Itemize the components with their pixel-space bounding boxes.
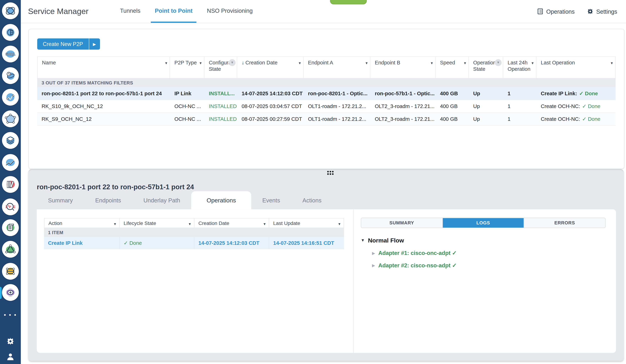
- dropdown-icon[interactable]: ▾: [431, 61, 433, 77]
- tab-events[interactable]: Events: [251, 191, 291, 209]
- detail-title: ron-poc-8201-1 port 22 to ron-poc-57b1-1…: [37, 183, 194, 191]
- sidebar-item-trend-chart[interactable]: [2, 154, 19, 171]
- item-count-label: 1 ITEM: [44, 228, 344, 237]
- tab-actions[interactable]: Actions: [291, 191, 333, 209]
- column-header-configuration-state[interactable]: ConfiguraState▾: [204, 56, 237, 79]
- atom-network-icon: [4, 4, 17, 17]
- gear-icon: [587, 8, 593, 15]
- main-nav: Tunnels Point to Point NSO Provisioning: [113, 0, 260, 23]
- create-p2p-split-button: Create New P2P ▶: [37, 39, 100, 50]
- curve-path-icon: [4, 91, 17, 104]
- dropdown-icon[interactable]: ▾: [199, 61, 201, 77]
- column-header-endpoint-b[interactable]: Endpoint B▾: [370, 56, 436, 79]
- topbar: Service Manager Tunnels Point to Point N…: [21, 0, 626, 23]
- dropdown-icon[interactable]: ▾: [464, 61, 466, 77]
- sidebar-item-curve-path[interactable]: [2, 89, 19, 106]
- table-row[interactable]: RK_S10_9k_OCH_NC_12 OCH-NC ... INSTALLED…: [37, 100, 616, 113]
- tab-summary[interactable]: Summary: [37, 191, 84, 209]
- trend-chart-icon: [4, 156, 17, 169]
- topbar-actions: Operations Settings: [537, 0, 626, 23]
- dropdown-icon[interactable]: ▾: [366, 61, 368, 77]
- dropdown-icon[interactable]: ▾: [611, 61, 613, 77]
- sidebar-item-box-network[interactable]: [2, 263, 19, 280]
- operation-row[interactable]: Create IP Link ✓ Done 14-07-2025 14:12:0…: [44, 237, 344, 249]
- dropdown-icon[interactable]: ▾: [264, 221, 266, 226]
- column-header-p2p-type[interactable]: P2P Type▾: [170, 56, 204, 79]
- dropdown-icon[interactable]: ▾: [338, 221, 340, 226]
- tab-errors[interactable]: ERRORS: [524, 218, 605, 228]
- column-header-name[interactable]: Name▾: [37, 56, 170, 79]
- dropdown-icon[interactable]: ▾: [114, 221, 116, 226]
- adapter-1-label: Adapter #1: cisco-onc-adpt ✓: [378, 250, 457, 256]
- tab-nso-provisioning[interactable]: NSO Provisioning: [203, 0, 257, 23]
- filter-active-icon[interactable]: ▾: [229, 59, 235, 66]
- normal-flow-toggle[interactable]: ▼ Normal Flow: [361, 237, 606, 243]
- shql-icon: SHQL: [4, 47, 17, 60]
- p2p-table-card: Create New P2P ▶ Name▾ P2P Type▾ Configu…: [28, 29, 625, 169]
- tab-endpoints[interactable]: Endpoints: [84, 191, 132, 209]
- adapter-2-toggle[interactable]: ▶ Adapter #2: cisco-nso-adpt ✓: [372, 262, 606, 268]
- sidebar-item-shql[interactable]: SHQL: [2, 45, 19, 62]
- tab-tunnels[interactable]: Tunnels: [116, 0, 144, 23]
- tab-log-summary[interactable]: SUMMARY: [361, 218, 443, 228]
- flow-label: Normal Flow: [368, 237, 404, 243]
- panel-drag-handle[interactable]: [327, 171, 334, 175]
- column-header-creation-date[interactable]: ↓Creation Date▾: [237, 56, 304, 79]
- column-header-last-24h-operation[interactable]: Last 24hOperation▾: [503, 56, 536, 79]
- caret-right-icon: ▶: [372, 251, 375, 255]
- filter-active-icon[interactable]: ▾: [495, 59, 502, 66]
- adapter-1-toggle[interactable]: ▶ Adapter #1: cisco-onc-adpt ✓: [372, 250, 606, 256]
- tab-underlay-path[interactable]: Underlay Path: [132, 191, 192, 209]
- p2p-table-header: Name▾ P2P Type▾ ConfiguraState▾ ↓Creatio…: [37, 56, 616, 79]
- sidebar-item-layers[interactable]: [2, 132, 19, 149]
- play-icon: ▶: [93, 42, 96, 46]
- create-p2p-button[interactable]: Create New P2P: [37, 39, 89, 50]
- sidebar-item-service-create[interactable]: [2, 284, 19, 301]
- dropdown-icon[interactable]: ▾: [189, 221, 191, 226]
- column-header-operational-state[interactable]: OperationState▾: [469, 56, 503, 79]
- column-header-action[interactable]: Action▾: [44, 218, 119, 228]
- toast-notification[interactable]: [330, 0, 367, 4]
- column-header-lifecycle-state[interactable]: Lifecycle State▾: [119, 218, 194, 228]
- globe-clock-icon: [4, 69, 17, 82]
- box-network-icon: [4, 265, 17, 278]
- tab-point-to-point[interactable]: Point to Point: [151, 0, 197, 23]
- dropdown-icon[interactable]: ▾: [532, 61, 534, 77]
- column-header-creation-date[interactable]: Creation Date▾: [194, 218, 269, 228]
- settings-button[interactable]: Settings: [587, 8, 617, 15]
- log-panel: SUMMARY LOGS ERRORS ▼ Normal Flow ▶ Adap…: [361, 218, 606, 268]
- sidebar-settings-button[interactable]: [0, 337, 21, 346]
- dropdown-icon[interactable]: ▾: [299, 61, 301, 77]
- sidebar-more-button[interactable]: • • •: [0, 312, 21, 318]
- polygon-network-icon: [4, 113, 17, 125]
- tab-logs[interactable]: LOGS: [443, 218, 524, 228]
- tab-operations[interactable]: Operations: [191, 191, 251, 209]
- sidebar-item-polygon-network[interactable]: [2, 111, 19, 127]
- column-header-last-operation[interactable]: Last Operation▾: [536, 56, 616, 79]
- column-header-speed[interactable]: Speed▾: [435, 56, 469, 79]
- layers-icon: [4, 134, 17, 147]
- sidebar-item-segmented-circle[interactable]: [2, 24, 19, 41]
- dropdown-icon[interactable]: ▾: [165, 61, 167, 77]
- operations-table: Action▾ Lifecycle State▾ Creation Date▾ …: [44, 218, 344, 249]
- column-header-last-update[interactable]: Last Update▾: [269, 218, 344, 228]
- table-row[interactable]: RK_S9_OCH_NC_12 OCH-NC ... INSTALLED 08-…: [37, 113, 616, 125]
- pulse-search-icon: [4, 201, 17, 213]
- sidebar-item-books[interactable]: [2, 176, 19, 193]
- sidebar-item-triangle-network[interactable]: [2, 241, 19, 258]
- caret-down-icon: ▼: [361, 238, 365, 243]
- create-p2p-dropdown-button[interactable]: ▶: [89, 39, 100, 50]
- sidebar-item-globe-clock[interactable]: [2, 67, 19, 84]
- more-dots-icon: • • •: [4, 312, 17, 318]
- table-row[interactable]: ron-poc-8201-1 port 22 to ron-poc-57b1-1…: [37, 87, 616, 100]
- person-icon: [6, 352, 15, 361]
- operations-list-icon: [537, 8, 543, 15]
- sidebar-item-documents[interactable]: [2, 219, 19, 236]
- operations-button[interactable]: Operations: [537, 8, 575, 15]
- caret-right-icon: ▶: [372, 263, 375, 268]
- column-header-endpoint-a[interactable]: Endpoint A▾: [304, 56, 370, 79]
- operations-tab-content: Action▾ Lifecycle State▾ Creation Date▾ …: [37, 209, 616, 353]
- sidebar-item-pulse-search[interactable]: [2, 199, 19, 215]
- sidebar-user-button[interactable]: [0, 352, 21, 361]
- sidebar-item-atom-network[interactable]: [2, 2, 19, 19]
